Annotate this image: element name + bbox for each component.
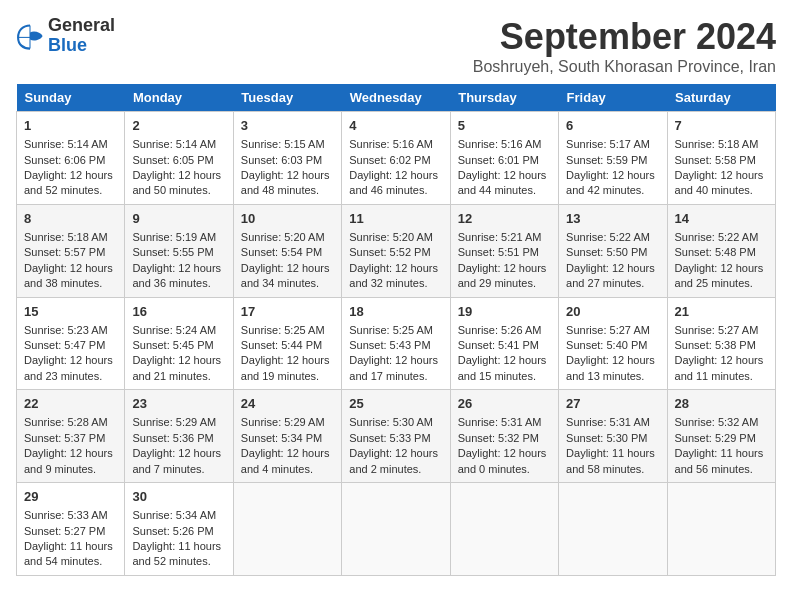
week-row-4: 22Sunrise: 5:28 AMSunset: 5:37 PMDayligh… — [17, 390, 776, 483]
day-info: Daylight: 12 hours — [132, 168, 225, 183]
day-info: Daylight: 12 hours — [566, 168, 659, 183]
day-info: Sunrise: 5:24 AM — [132, 323, 225, 338]
day-info: and 4 minutes. — [241, 462, 334, 477]
day-info: Sunset: 5:41 PM — [458, 338, 551, 353]
day-info: Sunset: 5:45 PM — [132, 338, 225, 353]
day-number: 18 — [349, 303, 442, 321]
day-info: and 19 minutes. — [241, 369, 334, 384]
day-info: Sunset: 5:59 PM — [566, 153, 659, 168]
day-info: Daylight: 12 hours — [24, 446, 117, 461]
day-info: Sunset: 6:01 PM — [458, 153, 551, 168]
day-info: Sunset: 5:43 PM — [349, 338, 442, 353]
day-info: and 21 minutes. — [132, 369, 225, 384]
day-info: Sunrise: 5:14 AM — [132, 137, 225, 152]
day-info: Sunrise: 5:16 AM — [349, 137, 442, 152]
day-info: Sunrise: 5:28 AM — [24, 415, 117, 430]
calendar-cell: 4Sunrise: 5:16 AMSunset: 6:02 PMDaylight… — [342, 112, 450, 205]
day-info: Sunrise: 5:30 AM — [349, 415, 442, 430]
day-number: 16 — [132, 303, 225, 321]
calendar-cell: 16Sunrise: 5:24 AMSunset: 5:45 PMDayligh… — [125, 297, 233, 390]
day-info: Sunrise: 5:23 AM — [24, 323, 117, 338]
header-saturday: Saturday — [667, 84, 775, 112]
day-info: Sunrise: 5:27 AM — [566, 323, 659, 338]
day-info: and 23 minutes. — [24, 369, 117, 384]
calendar-cell: 9Sunrise: 5:19 AMSunset: 5:55 PMDaylight… — [125, 204, 233, 297]
day-info: Daylight: 12 hours — [458, 168, 551, 183]
day-number: 4 — [349, 117, 442, 135]
day-info: Sunrise: 5:27 AM — [675, 323, 768, 338]
day-info: Sunset: 5:57 PM — [24, 245, 117, 260]
day-info: Daylight: 11 hours — [24, 539, 117, 554]
week-row-2: 8Sunrise: 5:18 AMSunset: 5:57 PMDaylight… — [17, 204, 776, 297]
logo-icon — [16, 22, 44, 50]
day-number: 5 — [458, 117, 551, 135]
day-info: Sunset: 5:37 PM — [24, 431, 117, 446]
day-number: 11 — [349, 210, 442, 228]
day-number: 22 — [24, 395, 117, 413]
calendar-cell: 2Sunrise: 5:14 AMSunset: 6:05 PMDaylight… — [125, 112, 233, 205]
day-info: and 56 minutes. — [675, 462, 768, 477]
day-number: 1 — [24, 117, 117, 135]
day-info: Sunrise: 5:20 AM — [241, 230, 334, 245]
header-tuesday: Tuesday — [233, 84, 341, 112]
day-info: Daylight: 12 hours — [132, 261, 225, 276]
day-info: and 2 minutes. — [349, 462, 442, 477]
day-info: and 9 minutes. — [24, 462, 117, 477]
calendar-cell: 12Sunrise: 5:21 AMSunset: 5:51 PMDayligh… — [450, 204, 558, 297]
day-info: Sunrise: 5:34 AM — [132, 508, 225, 523]
calendar-cell: 25Sunrise: 5:30 AMSunset: 5:33 PMDayligh… — [342, 390, 450, 483]
calendar-cell: 17Sunrise: 5:25 AMSunset: 5:44 PMDayligh… — [233, 297, 341, 390]
day-info: and 48 minutes. — [241, 183, 334, 198]
day-info: Sunrise: 5:25 AM — [349, 323, 442, 338]
day-info: Sunset: 5:44 PM — [241, 338, 334, 353]
day-info: Daylight: 12 hours — [458, 353, 551, 368]
header-friday: Friday — [559, 84, 667, 112]
day-info: Sunrise: 5:32 AM — [675, 415, 768, 430]
day-info: Sunset: 6:05 PM — [132, 153, 225, 168]
header-wednesday: Wednesday — [342, 84, 450, 112]
day-info: Sunrise: 5:29 AM — [132, 415, 225, 430]
day-number: 2 — [132, 117, 225, 135]
day-info: and 32 minutes. — [349, 276, 442, 291]
week-row-5: 29Sunrise: 5:33 AMSunset: 5:27 PMDayligh… — [17, 483, 776, 576]
day-info: Sunset: 5:36 PM — [132, 431, 225, 446]
day-info: Sunrise: 5:29 AM — [241, 415, 334, 430]
day-info: Sunset: 5:29 PM — [675, 431, 768, 446]
calendar-cell — [450, 483, 558, 576]
day-info: Sunset: 5:51 PM — [458, 245, 551, 260]
day-info: Sunrise: 5:31 AM — [566, 415, 659, 430]
day-info: Sunset: 6:03 PM — [241, 153, 334, 168]
day-info: Sunrise: 5:17 AM — [566, 137, 659, 152]
day-info: Sunrise: 5:18 AM — [24, 230, 117, 245]
day-number: 14 — [675, 210, 768, 228]
day-number: 23 — [132, 395, 225, 413]
calendar-cell — [559, 483, 667, 576]
day-info: and 11 minutes. — [675, 369, 768, 384]
day-info: Daylight: 11 hours — [566, 446, 659, 461]
day-info: and 0 minutes. — [458, 462, 551, 477]
day-number: 21 — [675, 303, 768, 321]
day-info: Sunrise: 5:20 AM — [349, 230, 442, 245]
calendar-cell: 24Sunrise: 5:29 AMSunset: 5:34 PMDayligh… — [233, 390, 341, 483]
day-info: Daylight: 12 hours — [675, 353, 768, 368]
day-info: Daylight: 12 hours — [349, 261, 442, 276]
calendar-cell: 19Sunrise: 5:26 AMSunset: 5:41 PMDayligh… — [450, 297, 558, 390]
day-info: Sunrise: 5:16 AM — [458, 137, 551, 152]
day-info: Sunset: 5:54 PM — [241, 245, 334, 260]
day-number: 17 — [241, 303, 334, 321]
calendar-cell: 26Sunrise: 5:31 AMSunset: 5:32 PMDayligh… — [450, 390, 558, 483]
day-info: Daylight: 12 hours — [241, 168, 334, 183]
week-row-1: 1Sunrise: 5:14 AMSunset: 6:06 PMDaylight… — [17, 112, 776, 205]
day-info: and 27 minutes. — [566, 276, 659, 291]
calendar-cell — [233, 483, 341, 576]
calendar-cell: 20Sunrise: 5:27 AMSunset: 5:40 PMDayligh… — [559, 297, 667, 390]
day-number: 9 — [132, 210, 225, 228]
calendar-table: Sunday Monday Tuesday Wednesday Thursday… — [16, 84, 776, 576]
day-number: 12 — [458, 210, 551, 228]
day-info: Sunrise: 5:31 AM — [458, 415, 551, 430]
day-info: Sunset: 5:32 PM — [458, 431, 551, 446]
day-info: Sunrise: 5:33 AM — [24, 508, 117, 523]
day-number: 13 — [566, 210, 659, 228]
day-info: Daylight: 12 hours — [24, 353, 117, 368]
day-info: Sunrise: 5:18 AM — [675, 137, 768, 152]
